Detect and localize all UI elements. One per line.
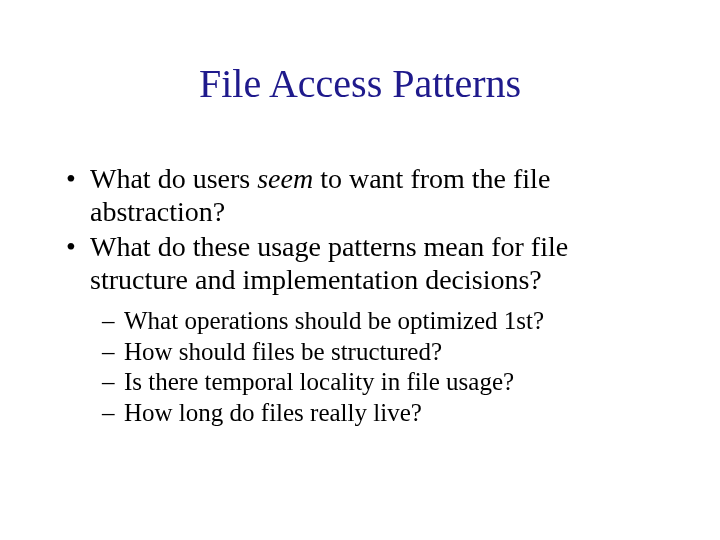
sub-bullet-text: How long do files really live?	[124, 399, 422, 426]
sub-bullet-text: Is there temporal locality in file usage…	[124, 368, 514, 395]
sub-bullet-item: How long do files really live?	[102, 398, 660, 429]
sub-bullet-item: How should files be structured?	[102, 337, 660, 368]
bullet-text: What do these usage patterns mean for fi…	[90, 231, 568, 295]
bullet-text-pre: What do users	[90, 163, 257, 194]
sub-bullet-item: Is there temporal locality in file usage…	[102, 367, 660, 398]
bullet-item: What do these usage patterns mean for fi…	[62, 230, 660, 296]
slide-body: What do users seem to want from the file…	[62, 162, 660, 428]
slide-title: File Access Patterns	[0, 60, 720, 107]
sub-bullet-text: How should files be structured?	[124, 338, 442, 365]
sub-bullet-text: What operations should be optimized 1st?	[124, 307, 544, 334]
slide: File Access Patterns What do users seem …	[0, 0, 720, 540]
bullet-item: What do users seem to want from the file…	[62, 162, 660, 228]
bullet-text-em: seem	[257, 163, 313, 194]
sub-bullet-group: What operations should be optimized 1st?…	[102, 306, 660, 428]
sub-bullet-item: What operations should be optimized 1st?	[102, 306, 660, 337]
